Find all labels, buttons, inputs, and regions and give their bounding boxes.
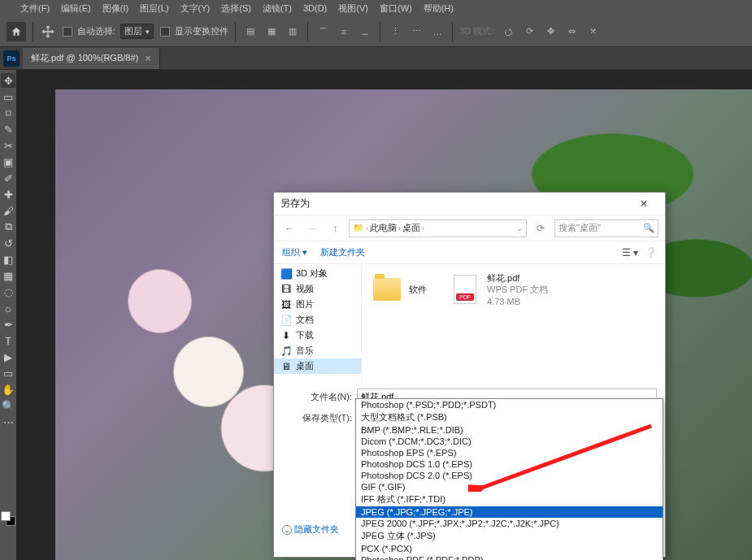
savetype-options-list[interactable]: Photoshop (*.PSD;*.PDD;*.PSDT)大型文档格式 (*.… [355,398,663,560]
healing-tool[interactable]: ✚ [1,187,15,202]
align-bottom-icon[interactable]: ⎽ [357,24,373,40]
file-item-folder[interactable]: 软件 [373,272,427,306]
divider [307,22,308,41]
tree-item-music[interactable]: 🎵音乐 [274,343,361,358]
edit-toolbar[interactable]: ⋯ [1,415,15,429]
brush-tool[interactable]: 🖌 [1,203,15,218]
eraser-tool[interactable]: ◧ [1,252,15,267]
blur-tool[interactable]: ◌ [1,284,15,299]
history-brush-tool[interactable]: ↺ [1,236,15,250]
file-list[interactable]: 软件 鲜花.pdf WPS PDF 文档 4.73 MB [362,264,665,383]
eyedropper-tool[interactable]: ✐ [1,171,15,185]
savetype-option[interactable]: Photoshop PDF (*.PDF;*.PDP) [356,554,663,560]
tree-item-downloads[interactable]: ⬇下载 [274,328,361,343]
file-kind: WPS PDF 文档 [487,284,548,295]
folder-icon [373,278,401,301]
nav-up-button[interactable]: ↑ [326,219,344,237]
menu-filter[interactable]: 滤镜(T) [257,2,298,15]
tree-item-desktop[interactable]: 🖥桌面 [274,358,361,374]
align-middle-v-icon[interactable]: ≡ [336,24,352,40]
dialog-title: 另存为 [280,197,629,211]
menu-3d[interactable]: 3D(D) [298,3,333,13]
menu-select[interactable]: 选择(S) [215,2,257,15]
marquee-tool[interactable]: ▭ [1,89,15,104]
tree-item-3d-objects[interactable]: 🟦3D 对象 [274,266,361,281]
menu-view[interactable]: 视图(V) [333,2,374,15]
lasso-tool[interactable]: ⌑ [1,106,15,120]
view-options-button[interactable]: ☰ ▾ [622,247,638,258]
pen-tool[interactable]: ✒ [1,317,15,332]
show-transform-checkbox[interactable] [160,27,170,37]
distribute-h-icon[interactable]: ⋮ [387,24,403,40]
savetype-option[interactable]: Photoshop DCS 2.0 (*.EPS) [356,470,663,481]
gradient-tool[interactable]: ▦ [1,268,15,283]
hide-folders-toggle[interactable]: ⌄ 隐藏文件夹 [282,523,339,536]
crop-tool[interactable]: ✂ [1,138,15,153]
nav-back-button[interactable]: ← [280,219,298,237]
align-right-icon[interactable]: ▥ [285,24,301,40]
menu-layer[interactable]: 图层(L) [134,2,174,15]
savetype-option[interactable]: JPEG (*.JPG;*.JPEG;*.JPE) [356,506,663,518]
chevron-right-icon: › [398,224,401,232]
savetype-option[interactable]: JPEG 立体 (*.JPS) [356,529,663,543]
document-tab-title: 鲜花.pdf @ 100%(RGB/8#) [31,52,138,64]
savetype-option[interactable]: BMP (*.BMP;*.RLE;*.DIB) [356,424,663,436]
refresh-button[interactable]: ⟳ [532,219,550,237]
nav-forward-button[interactable]: → [303,219,321,237]
tree-item-pictures[interactable]: 🖼图片 [274,297,361,312]
close-tab-icon[interactable]: × [145,52,151,64]
tree-item-documents[interactable]: 📄文档 [274,312,361,328]
auto-select-target-dropdown[interactable]: 图层 ▾ [120,24,154,39]
align-left-icon[interactable]: ▤ [242,24,259,40]
menu-window[interactable]: 窗口(W) [374,2,418,15]
menu-help[interactable]: 帮助(H) [418,2,459,15]
home-button[interactable] [7,22,26,41]
savetype-option[interactable]: JPEG 2000 (*.JPF;*.JPX;*.JP2;*.J2C;*.J2K… [356,518,663,529]
file-item-pdf[interactable]: 鲜花.pdf WPS PDF 文档 4.73 MB [451,272,548,307]
savetype-option[interactable]: Dicom (*.DCM;*.DC3;*.DIC) [356,436,663,447]
type-tool[interactable]: T [1,333,15,348]
show-transform-label: 显示变换控件 [175,25,228,37]
dodge-tool[interactable]: ☼ [1,301,15,315]
search-icon: 🔍 [643,223,654,233]
align-top-icon[interactable]: ⎺ [315,24,331,40]
savetype-option[interactable]: 大型文档格式 (*.PSB) [356,410,663,424]
frame-tool[interactable]: ▣ [1,154,15,169]
savetype-option[interactable]: Photoshop (*.PSD;*.PDD;*.PSDT) [356,399,663,410]
address-bar[interactable]: 📁 › 此电脑 › 桌面 › ⌄ [349,219,527,237]
organize-menu[interactable]: 组织 ▾ [282,246,307,258]
color-swatches[interactable] [0,511,16,526]
help-button[interactable]: ❔ [645,247,657,258]
menu-image[interactable]: 图像(I) [97,2,134,15]
tree-item-videos[interactable]: 🎞视频 [274,281,361,297]
divider [235,22,236,41]
align-center-h-icon[interactable]: ▦ [263,24,280,40]
new-folder-button[interactable]: 新建文件夹 [320,246,365,258]
menu-file[interactable]: 文件(F) [15,2,55,15]
savetype-option[interactable]: PCX (*.PCX) [356,543,663,554]
search-input[interactable]: 搜索"桌面" 🔍 [554,219,659,237]
quick-select-tool[interactable]: ✎ [1,122,15,137]
savetype-option[interactable]: Photoshop DCS 1.0 (*.EPS) [356,458,663,470]
breadcrumb-segment[interactable]: 此电脑 [370,222,397,234]
savetype-option[interactable]: IFF 格式 (*.IFF;*.TDI) [356,493,663,506]
distribute-v-icon[interactable]: ⋯ [408,24,424,40]
shape-tool[interactable]: ▭ [1,366,15,380]
savetype-option[interactable]: GIF (*.GIF) [356,481,663,493]
zoom-tool[interactable]: 🔍 [1,398,15,413]
document-tab[interactable]: 鲜花.pdf @ 100%(RGB/8#) × [23,48,160,69]
tree-label: 图片 [296,298,314,310]
dialog-close-button[interactable]: × [629,195,659,213]
menu-edit[interactable]: 编辑(E) [55,2,97,15]
path-select-tool[interactable]: ▶ [1,349,15,364]
auto-select-checkbox[interactable] [63,27,72,37]
chevron-down-icon[interactable]: ⌄ [516,224,523,232]
stamp-tool[interactable]: ⧉ [1,219,15,234]
move-tool[interactable]: ✥ [1,73,15,88]
menu-type[interactable]: 文字(Y) [175,2,216,15]
savetype-option[interactable]: Photoshop EPS (*.EPS) [356,447,663,458]
breadcrumb-segment[interactable]: 桌面 [402,222,420,234]
foreground-color-swatch[interactable] [1,511,11,521]
hand-tool[interactable]: ✋ [1,382,15,397]
more-align-icon[interactable]: … [429,24,446,40]
